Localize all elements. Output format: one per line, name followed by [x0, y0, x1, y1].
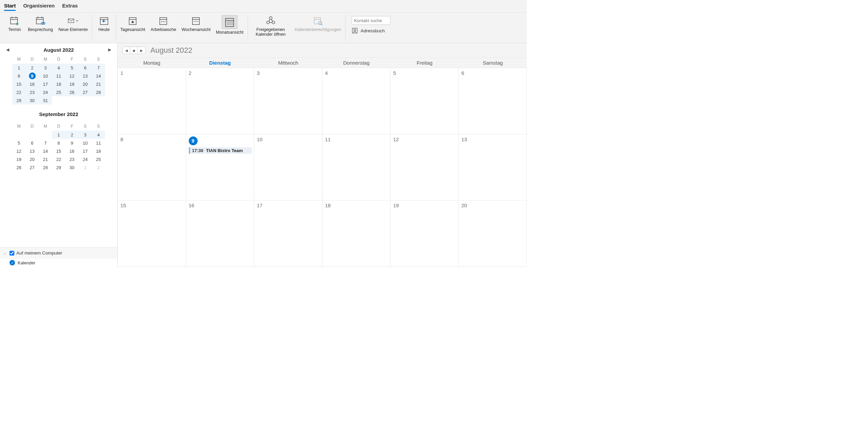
mini-prev-month-button[interactable]: ◀: [4, 46, 11, 53]
ribbon-freigegebenen-button[interactable]: Freigegebenen Kalender öffnen: [251, 15, 290, 38]
mini-day-cell[interactable]: 29: [52, 163, 65, 172]
mini-day-cell[interactable]: 27: [26, 163, 39, 172]
mini-day-cell[interactable]: 21: [39, 155, 52, 163]
mini-day-cell[interactable]: 11: [92, 139, 105, 147]
menu-tab-extras[interactable]: Extras: [62, 3, 78, 11]
day-cell[interactable]: 5: [390, 68, 459, 134]
mini-day-cell[interactable]: 3: [39, 64, 52, 72]
mini-day-cell[interactable]: 13: [26, 147, 39, 155]
tree-calendar-label[interactable]: Kalender: [18, 260, 35, 265]
mini-day-cell[interactable]: 1: [12, 64, 26, 72]
mini-day-cell[interactable]: 24: [79, 155, 92, 163]
mini-day-cell[interactable]: 27: [79, 88, 92, 96]
mini-day-cell[interactable]: 6: [26, 139, 39, 147]
tree-root-checkbox[interactable]: [10, 251, 14, 256]
ribbon-termin-button[interactable]: Termin: [6, 15, 23, 33]
month-grid[interactable]: 1234568917:30TIAN Bistro Team10111213151…: [118, 68, 527, 267]
mini-day-cell[interactable]: 10: [39, 72, 52, 80]
mini-day-cell[interactable]: 14: [39, 147, 52, 155]
mini-day-cell[interactable]: 22: [52, 155, 65, 163]
mini-day-cell[interactable]: 9: [65, 139, 79, 147]
day-cell[interactable]: 19: [390, 200, 459, 267]
mini-day-cell[interactable]: 26: [12, 163, 26, 172]
day-cell[interactable]: 13: [459, 134, 527, 201]
day-cell[interactable]: 10: [254, 134, 322, 201]
mini-day-cell[interactable]: 8: [12, 72, 26, 80]
addressbook-button[interactable]: Adressbuch: [352, 28, 390, 34]
mini-day-cell[interactable]: 2: [26, 64, 39, 72]
month-today-button[interactable]: ◆: [130, 47, 138, 54]
mini-day-cell[interactable]: 30: [65, 163, 79, 172]
day-cell[interactable]: 6: [459, 68, 527, 134]
mini-day-cell[interactable]: 16: [65, 147, 79, 155]
mini-next-month-button[interactable]: ▶: [106, 46, 113, 53]
mini-day-cell[interactable]: 18: [52, 80, 65, 88]
mini-day-cell[interactable]: 5: [65, 64, 79, 72]
tree-root-label[interactable]: Auf meinem Computer: [16, 250, 62, 256]
mini-day-cell[interactable]: 25: [92, 155, 105, 163]
mini-day-cell[interactable]: 9: [26, 72, 39, 80]
mini-day-cell[interactable]: 4: [52, 64, 65, 72]
day-cell[interactable]: 17: [254, 200, 322, 267]
mini-day-cell[interactable]: 1: [79, 163, 92, 172]
mini-day-cell[interactable]: 23: [65, 155, 79, 163]
mini-day-cell[interactable]: 23: [26, 88, 39, 96]
mini-day-cell[interactable]: 17: [39, 80, 52, 88]
mini-day-cell[interactable]: 2: [65, 131, 79, 139]
day-cell[interactable]: 18: [322, 200, 391, 267]
day-cell[interactable]: 1: [118, 68, 186, 134]
mini-day-cell[interactable]: 29: [12, 96, 26, 104]
day-cell[interactable]: 8: [118, 134, 186, 201]
calendar-event[interactable]: 17:30TIAN Bistro Team: [189, 147, 252, 154]
ribbon-besprechung-button[interactable]: Besprechung: [27, 15, 54, 33]
mini-day-cell[interactable]: 28: [92, 88, 105, 96]
mini-day-cell[interactable]: 11: [52, 72, 65, 80]
mini-day-cell[interactable]: 22: [12, 88, 26, 96]
ribbon-neue-elemente-button[interactable]: Neue Elemente: [58, 15, 88, 33]
mini-day-cell[interactable]: 7: [39, 139, 52, 147]
mini-day-cell[interactable]: 1: [52, 131, 65, 139]
contact-search-input[interactable]: [352, 16, 390, 25]
mini-day-cell[interactable]: 5: [12, 139, 26, 147]
day-cell[interactable]: 4: [322, 68, 391, 134]
mini-day-cell[interactable]: 10: [79, 139, 92, 147]
mini-day-cell[interactable]: 15: [12, 80, 26, 88]
tree-expand-icon[interactable]: ⌄: [3, 251, 7, 255]
day-cell[interactable]: 917:30TIAN Bistro Team: [186, 134, 254, 201]
day-cell[interactable]: 15: [118, 200, 186, 267]
mini-day-cell[interactable]: 12: [12, 147, 26, 155]
mini-day-cell[interactable]: 19: [12, 155, 26, 163]
mini-day-cell[interactable]: 30: [26, 96, 39, 104]
month-next-button[interactable]: ▶: [138, 47, 145, 54]
mini-day-cell[interactable]: 20: [79, 80, 92, 88]
ribbon-arbeitswoche-button[interactable]: Arbeitswoche: [150, 15, 177, 33]
mini-day-cell[interactable]: 14: [92, 72, 105, 80]
day-cell[interactable]: 12: [390, 134, 459, 201]
ribbon-heute-button[interactable]: Heute: [96, 15, 113, 33]
ribbon-wochenansicht-button[interactable]: Wochenansicht: [181, 15, 211, 33]
calendar-color-dot[interactable]: ✓: [10, 260, 15, 265]
day-cell[interactable]: 2: [186, 68, 254, 134]
ribbon-tagesansicht-button[interactable]: Tagesansicht: [120, 15, 146, 33]
mini-day-cell[interactable]: 24: [39, 88, 52, 96]
mini-day-cell[interactable]: 31: [39, 96, 52, 104]
mini-day-cell[interactable]: 15: [52, 147, 65, 155]
mini-day-cell[interactable]: 7: [92, 64, 105, 72]
day-cell[interactable]: 16: [186, 200, 254, 267]
mini-day-cell[interactable]: 28: [39, 163, 52, 172]
menu-tab-organisieren[interactable]: Organisieren: [23, 3, 55, 11]
mini-day-cell[interactable]: 25: [52, 88, 65, 96]
day-cell[interactable]: 20: [459, 200, 527, 267]
mini-day-cell[interactable]: 12: [65, 72, 79, 80]
mini-day-cell[interactable]: 16: [26, 80, 39, 88]
mini-day-cell[interactable]: 26: [65, 88, 79, 96]
mini-day-cell[interactable]: 20: [26, 155, 39, 163]
mini-day-cell[interactable]: 6: [79, 64, 92, 72]
mini-day-cell[interactable]: 4: [92, 131, 105, 139]
month-prev-button[interactable]: ◀: [123, 47, 130, 54]
mini-day-cell[interactable]: 8: [52, 139, 65, 147]
day-cell[interactable]: 11: [322, 134, 391, 201]
day-cell[interactable]: 3: [254, 68, 322, 134]
ribbon-monatsansicht-button[interactable]: Monatsansicht: [215, 15, 244, 36]
mini-day-cell[interactable]: 18: [92, 147, 105, 155]
